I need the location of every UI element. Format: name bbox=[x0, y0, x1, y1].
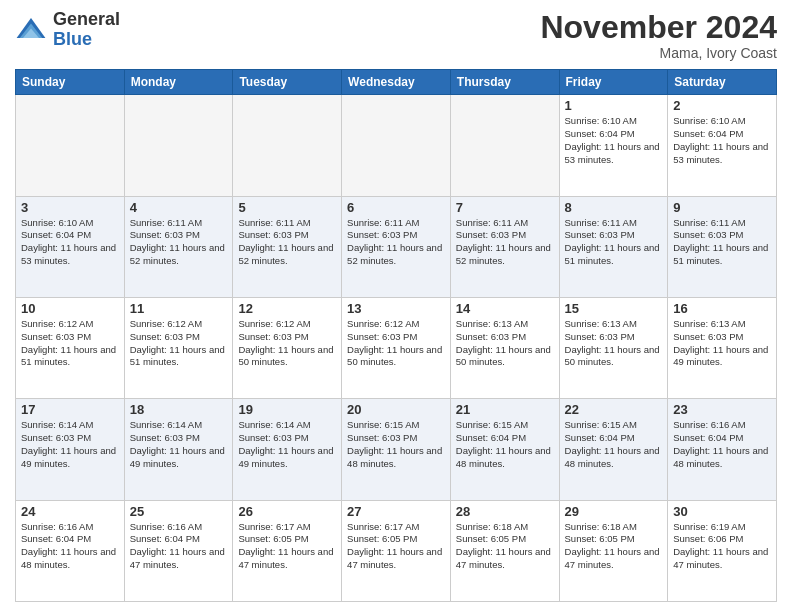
day-info: Sunrise: 6:16 AMSunset: 6:04 PMDaylight:… bbox=[673, 419, 771, 470]
day-number: 23 bbox=[673, 402, 771, 417]
day-info: Sunrise: 6:13 AMSunset: 6:03 PMDaylight:… bbox=[565, 318, 663, 369]
weekday-header: Saturday bbox=[668, 70, 777, 95]
calendar-day-cell: 18Sunrise: 6:14 AMSunset: 6:03 PMDayligh… bbox=[124, 399, 233, 500]
calendar-day-cell: 26Sunrise: 6:17 AMSunset: 6:05 PMDayligh… bbox=[233, 500, 342, 601]
calendar-header-row: SundayMondayTuesdayWednesdayThursdayFrid… bbox=[16, 70, 777, 95]
calendar-day-cell: 8Sunrise: 6:11 AMSunset: 6:03 PMDaylight… bbox=[559, 196, 668, 297]
calendar-day-cell: 7Sunrise: 6:11 AMSunset: 6:03 PMDaylight… bbox=[450, 196, 559, 297]
day-number: 24 bbox=[21, 504, 119, 519]
calendar-day-cell: 15Sunrise: 6:13 AMSunset: 6:03 PMDayligh… bbox=[559, 297, 668, 398]
day-info: Sunrise: 6:11 AMSunset: 6:03 PMDaylight:… bbox=[565, 217, 663, 268]
day-number: 12 bbox=[238, 301, 336, 316]
calendar-day-cell bbox=[16, 95, 125, 196]
calendar-day-cell: 10Sunrise: 6:12 AMSunset: 6:03 PMDayligh… bbox=[16, 297, 125, 398]
day-info: Sunrise: 6:10 AMSunset: 6:04 PMDaylight:… bbox=[21, 217, 119, 268]
calendar-day-cell: 2Sunrise: 6:10 AMSunset: 6:04 PMDaylight… bbox=[668, 95, 777, 196]
day-info: Sunrise: 6:10 AMSunset: 6:04 PMDaylight:… bbox=[673, 115, 771, 166]
month-title: November 2024 bbox=[540, 10, 777, 45]
calendar-day-cell: 29Sunrise: 6:18 AMSunset: 6:05 PMDayligh… bbox=[559, 500, 668, 601]
day-info: Sunrise: 6:12 AMSunset: 6:03 PMDaylight:… bbox=[130, 318, 228, 369]
day-number: 30 bbox=[673, 504, 771, 519]
day-number: 28 bbox=[456, 504, 554, 519]
calendar-day-cell: 25Sunrise: 6:16 AMSunset: 6:04 PMDayligh… bbox=[124, 500, 233, 601]
day-info: Sunrise: 6:13 AMSunset: 6:03 PMDaylight:… bbox=[456, 318, 554, 369]
logo-text: General Blue bbox=[53, 10, 120, 50]
day-info: Sunrise: 6:11 AMSunset: 6:03 PMDaylight:… bbox=[238, 217, 336, 268]
day-info: Sunrise: 6:18 AMSunset: 6:05 PMDaylight:… bbox=[456, 521, 554, 572]
header: General Blue November 2024 Mama, Ivory C… bbox=[15, 10, 777, 61]
day-number: 9 bbox=[673, 200, 771, 215]
calendar-day-cell: 1Sunrise: 6:10 AMSunset: 6:04 PMDaylight… bbox=[559, 95, 668, 196]
day-number: 29 bbox=[565, 504, 663, 519]
day-info: Sunrise: 6:14 AMSunset: 6:03 PMDaylight:… bbox=[238, 419, 336, 470]
day-info: Sunrise: 6:15 AMSunset: 6:03 PMDaylight:… bbox=[347, 419, 445, 470]
calendar-day-cell: 13Sunrise: 6:12 AMSunset: 6:03 PMDayligh… bbox=[342, 297, 451, 398]
day-info: Sunrise: 6:11 AMSunset: 6:03 PMDaylight:… bbox=[673, 217, 771, 268]
calendar-day-cell: 12Sunrise: 6:12 AMSunset: 6:03 PMDayligh… bbox=[233, 297, 342, 398]
calendar-day-cell: 5Sunrise: 6:11 AMSunset: 6:03 PMDaylight… bbox=[233, 196, 342, 297]
logo-icon bbox=[15, 14, 47, 46]
calendar-day-cell: 23Sunrise: 6:16 AMSunset: 6:04 PMDayligh… bbox=[668, 399, 777, 500]
day-number: 13 bbox=[347, 301, 445, 316]
weekday-header: Monday bbox=[124, 70, 233, 95]
calendar-day-cell: 9Sunrise: 6:11 AMSunset: 6:03 PMDaylight… bbox=[668, 196, 777, 297]
calendar-day-cell: 4Sunrise: 6:11 AMSunset: 6:03 PMDaylight… bbox=[124, 196, 233, 297]
calendar-week-row: 10Sunrise: 6:12 AMSunset: 6:03 PMDayligh… bbox=[16, 297, 777, 398]
day-number: 11 bbox=[130, 301, 228, 316]
weekday-header: Tuesday bbox=[233, 70, 342, 95]
day-info: Sunrise: 6:13 AMSunset: 6:03 PMDaylight:… bbox=[673, 318, 771, 369]
day-number: 21 bbox=[456, 402, 554, 417]
logo-blue-text: Blue bbox=[53, 30, 120, 50]
day-number: 1 bbox=[565, 98, 663, 113]
day-number: 15 bbox=[565, 301, 663, 316]
calendar-day-cell: 14Sunrise: 6:13 AMSunset: 6:03 PMDayligh… bbox=[450, 297, 559, 398]
day-info: Sunrise: 6:12 AMSunset: 6:03 PMDaylight:… bbox=[238, 318, 336, 369]
day-number: 2 bbox=[673, 98, 771, 113]
calendar-day-cell: 24Sunrise: 6:16 AMSunset: 6:04 PMDayligh… bbox=[16, 500, 125, 601]
weekday-header: Friday bbox=[559, 70, 668, 95]
calendar-day-cell: 20Sunrise: 6:15 AMSunset: 6:03 PMDayligh… bbox=[342, 399, 451, 500]
day-info: Sunrise: 6:19 AMSunset: 6:06 PMDaylight:… bbox=[673, 521, 771, 572]
day-number: 17 bbox=[21, 402, 119, 417]
calendar-week-row: 17Sunrise: 6:14 AMSunset: 6:03 PMDayligh… bbox=[16, 399, 777, 500]
page: General Blue November 2024 Mama, Ivory C… bbox=[0, 0, 792, 612]
day-number: 25 bbox=[130, 504, 228, 519]
day-number: 19 bbox=[238, 402, 336, 417]
day-number: 22 bbox=[565, 402, 663, 417]
calendar-day-cell: 11Sunrise: 6:12 AMSunset: 6:03 PMDayligh… bbox=[124, 297, 233, 398]
calendar-day-cell: 16Sunrise: 6:13 AMSunset: 6:03 PMDayligh… bbox=[668, 297, 777, 398]
calendar-day-cell bbox=[124, 95, 233, 196]
day-info: Sunrise: 6:12 AMSunset: 6:03 PMDaylight:… bbox=[347, 318, 445, 369]
day-number: 6 bbox=[347, 200, 445, 215]
day-info: Sunrise: 6:10 AMSunset: 6:04 PMDaylight:… bbox=[565, 115, 663, 166]
calendar-table: SundayMondayTuesdayWednesdayThursdayFrid… bbox=[15, 69, 777, 602]
day-number: 5 bbox=[238, 200, 336, 215]
weekday-header: Thursday bbox=[450, 70, 559, 95]
day-number: 3 bbox=[21, 200, 119, 215]
day-number: 14 bbox=[456, 301, 554, 316]
day-number: 4 bbox=[130, 200, 228, 215]
calendar-day-cell: 17Sunrise: 6:14 AMSunset: 6:03 PMDayligh… bbox=[16, 399, 125, 500]
day-number: 10 bbox=[21, 301, 119, 316]
day-info: Sunrise: 6:14 AMSunset: 6:03 PMDaylight:… bbox=[21, 419, 119, 470]
day-number: 7 bbox=[456, 200, 554, 215]
header-right: November 2024 Mama, Ivory Coast bbox=[540, 10, 777, 61]
calendar-day-cell: 6Sunrise: 6:11 AMSunset: 6:03 PMDaylight… bbox=[342, 196, 451, 297]
calendar-day-cell bbox=[233, 95, 342, 196]
weekday-header: Wednesday bbox=[342, 70, 451, 95]
calendar-week-row: 24Sunrise: 6:16 AMSunset: 6:04 PMDayligh… bbox=[16, 500, 777, 601]
weekday-header: Sunday bbox=[16, 70, 125, 95]
day-info: Sunrise: 6:11 AMSunset: 6:03 PMDaylight:… bbox=[347, 217, 445, 268]
calendar-week-row: 1Sunrise: 6:10 AMSunset: 6:04 PMDaylight… bbox=[16, 95, 777, 196]
logo-general-text: General bbox=[53, 10, 120, 30]
day-info: Sunrise: 6:18 AMSunset: 6:05 PMDaylight:… bbox=[565, 521, 663, 572]
calendar-day-cell: 28Sunrise: 6:18 AMSunset: 6:05 PMDayligh… bbox=[450, 500, 559, 601]
day-info: Sunrise: 6:17 AMSunset: 6:05 PMDaylight:… bbox=[347, 521, 445, 572]
day-number: 18 bbox=[130, 402, 228, 417]
day-info: Sunrise: 6:12 AMSunset: 6:03 PMDaylight:… bbox=[21, 318, 119, 369]
calendar-day-cell: 21Sunrise: 6:15 AMSunset: 6:04 PMDayligh… bbox=[450, 399, 559, 500]
day-info: Sunrise: 6:15 AMSunset: 6:04 PMDaylight:… bbox=[456, 419, 554, 470]
calendar-day-cell: 27Sunrise: 6:17 AMSunset: 6:05 PMDayligh… bbox=[342, 500, 451, 601]
day-info: Sunrise: 6:11 AMSunset: 6:03 PMDaylight:… bbox=[456, 217, 554, 268]
location: Mama, Ivory Coast bbox=[540, 45, 777, 61]
